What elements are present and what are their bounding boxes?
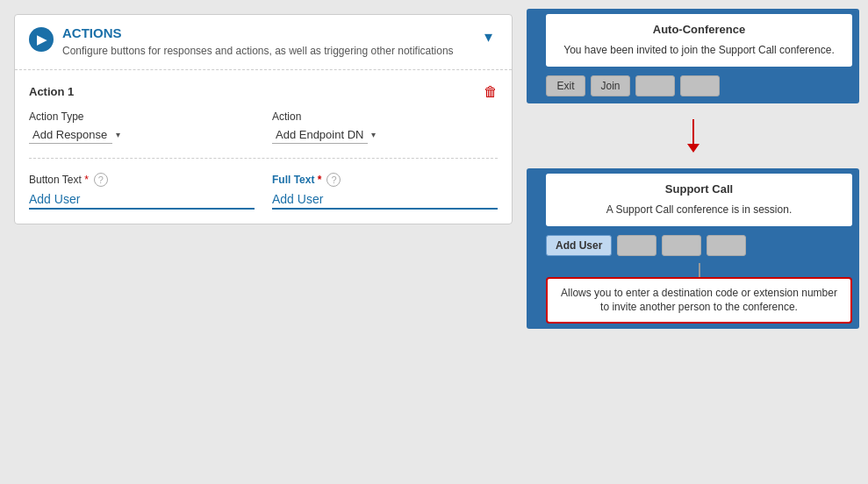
conf1-btn3[interactable]: [635, 75, 675, 96]
support-call-title: Support Call: [556, 182, 842, 196]
action-group: Action Add Endpoint DN Transfer Voicemai…: [272, 110, 498, 144]
support-call-buttons: Add User: [546, 231, 852, 258]
action-label: Action 1: [29, 85, 74, 98]
join-button[interactable]: Join: [591, 75, 630, 96]
support-call-sidebar: [527, 168, 539, 329]
actions-title: ACTIONS: [62, 25, 454, 40]
action-chevron-icon: ▾: [371, 130, 376, 139]
full-text-info-icon[interactable]: ?: [326, 173, 341, 187]
support-call-block: Support Call A Support Call conference i…: [527, 168, 859, 329]
conf2-btn4[interactable]: [707, 235, 746, 256]
action-row-header: Action 1 🗑: [29, 84, 498, 100]
arrow-line: [692, 119, 694, 144]
conf2-btn3[interactable]: [662, 235, 701, 256]
tooltip-wrapper: Allows you to enter a destination code o…: [546, 263, 852, 324]
actions-description: Configure buttons for responses and acti…: [62, 44, 454, 59]
conf2-btn2[interactable]: [617, 235, 656, 256]
tooltip-box: Allows you to enter a destination code o…: [546, 277, 852, 324]
action-type-action-grid: Action Type Add Response Send Message Pl…: [29, 110, 498, 159]
button-text-required: *: [84, 174, 89, 186]
actions-header: ▶ ACTIONS Configure buttons for response…: [15, 15, 512, 70]
full-text-group: Full Text * ?: [272, 173, 498, 210]
auto-conference-block: Auto-Conference You have been invited to…: [527, 9, 859, 103]
down-arrow: [687, 119, 699, 153]
action-body: Action 1 🗑 Action Type Add Response Send…: [15, 70, 512, 224]
support-call-body: A Support Call conference is in session.: [556, 203, 842, 217]
action-type-select[interactable]: Add Response Send Message Play Audio: [29, 126, 112, 144]
tooltip-text: Allows you to enter a destination code o…: [561, 287, 837, 314]
exit-button[interactable]: Exit: [546, 75, 585, 96]
add-user-button[interactable]: Add User: [546, 235, 612, 256]
auto-conference-body: You have been invited to join the Suppor…: [556, 43, 842, 58]
action-select[interactable]: Add Endpoint DN Transfer Voicemail: [272, 126, 368, 144]
support-call-inner: Support Call A Support Call conference i…: [546, 174, 852, 226]
full-text-label: Full Text *: [272, 174, 321, 186]
auto-conference-card: Auto-Conference You have been invited to…: [539, 9, 859, 103]
conference-container: Auto-Conference You have been invited to…: [527, 9, 859, 329]
action-type-group: Action Type Add Response Send Message Pl…: [29, 110, 255, 144]
action-type-chevron-icon: ▾: [116, 130, 120, 139]
full-text-required: *: [318, 174, 322, 186]
button-text-input[interactable]: [29, 190, 255, 210]
action-label-field: Action: [272, 110, 498, 123]
button-text-info-icon[interactable]: ?: [94, 173, 108, 187]
tooltip-connector-line: [699, 263, 700, 277]
actions-card: ▶ ACTIONS Configure buttons for response…: [14, 14, 513, 224]
action-type-label: Action Type: [29, 110, 255, 123]
delete-action-button[interactable]: 🗑: [484, 84, 498, 100]
arrow-container: [527, 117, 859, 154]
actions-icon: ▶: [29, 27, 54, 52]
button-text-grid: Button Text * ? Full Text * ?: [29, 173, 498, 210]
auto-conference-inner: Auto-Conference You have been invited to…: [546, 14, 852, 67]
auto-conference-title: Auto-Conference: [556, 23, 842, 36]
conf1-btn4[interactable]: [680, 75, 720, 96]
arrow-head: [687, 144, 699, 153]
left-panel: ▶ ACTIONS Configure buttons for response…: [0, 0, 527, 484]
button-text-group: Button Text * ?: [29, 173, 255, 210]
right-panel: Auto-Conference You have been invited to…: [527, 0, 868, 484]
button-text-label: Button Text *: [29, 174, 89, 186]
auto-conference-sidebar: [527, 9, 539, 103]
full-text-input[interactable]: [272, 190, 498, 210]
auto-conference-buttons: Exit Join: [546, 72, 852, 98]
support-call-card: Support Call A Support Call conference i…: [539, 168, 859, 329]
collapse-button[interactable]: ▾: [479, 25, 498, 48]
